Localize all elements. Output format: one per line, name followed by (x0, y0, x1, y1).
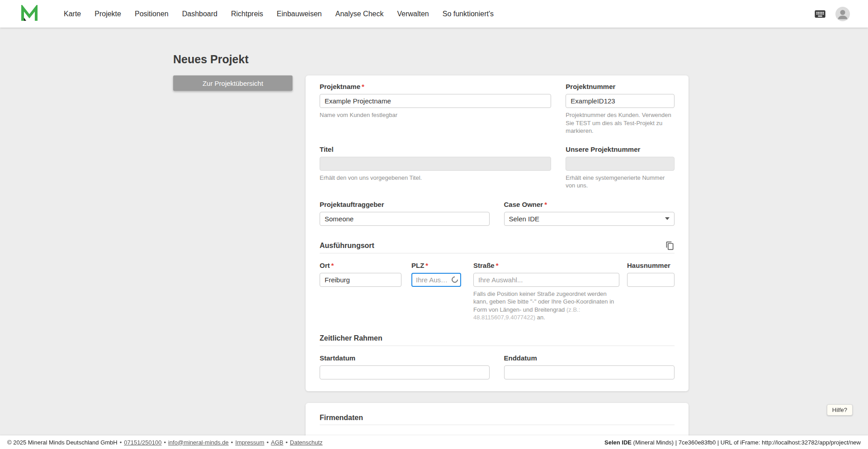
footer-link-impressum[interactable]: Impressum (235, 439, 264, 446)
field-projektauftraggeber: Projektauftraggeber (320, 201, 490, 226)
startdatum-label: Startdatum (320, 354, 490, 362)
nav-item-verwalten[interactable]: Verwalten (390, 10, 435, 18)
section-ausfuehrungsort: Ausführungsort (320, 241, 675, 251)
required-asterisk: * (331, 262, 334, 269)
field-plz: PLZ* (411, 262, 461, 322)
unsere-projektnummer-input (566, 157, 675, 171)
projektname-input[interactable] (320, 94, 551, 108)
keyboard-icon[interactable] (814, 8, 826, 20)
nav-item-positionen[interactable]: Positionen (128, 10, 175, 18)
startdatum-input[interactable] (320, 365, 490, 379)
section-divider (320, 253, 675, 253)
projektnummer-label: Projektnummer (566, 83, 675, 91)
strasse-helper: Falls die Position keiner Straße zugeord… (473, 290, 619, 322)
projektnummer-helper: Projektnummer des Kunden. Verwenden Sie … (566, 111, 675, 135)
nav-item-projekte[interactable]: Projekte (88, 10, 128, 18)
nav-item-so-funktionierts[interactable]: So funktioniert's (436, 10, 500, 18)
section-firmendaten: Firmendaten (320, 413, 675, 422)
projektauftraggeber-input[interactable] (320, 212, 490, 226)
field-ort: Ort* (320, 262, 401, 322)
plz-label: PLZ* (411, 262, 461, 270)
field-unsere-projektnummer: Unsere Projektnummer Erhält eine systemg… (566, 145, 675, 190)
titel-helper: Erhält den von uns vorgegebenen Titel. (320, 174, 551, 182)
chevron-down-icon (665, 217, 670, 220)
field-projektname: Projektname* Name vom Kunden festlegbar (320, 83, 551, 135)
ort-label: Ort* (320, 262, 401, 270)
titel-label: Titel (320, 145, 551, 154)
enddatum-label: Enddatum (504, 354, 675, 362)
footer-separator: • (231, 439, 233, 446)
mineral-minds-logo[interactable] (20, 5, 39, 23)
projektname-helper: Name vom Kunden festlegbar (320, 111, 551, 119)
ausfuehrungsort-heading: Ausführungsort (320, 241, 374, 250)
required-asterisk: * (362, 83, 364, 90)
field-case-owner: Case Owner* Selen IDE (504, 201, 675, 226)
firmendaten-heading: Firmendaten (320, 413, 363, 422)
footer-link-datenschutz[interactable]: Datenschutz (290, 439, 322, 446)
header-actions (814, 7, 850, 21)
case-owner-label: Case Owner* (504, 201, 675, 209)
footer-session-text: (Mineral Minds) | 7ce360e83fb0 | URL of … (632, 439, 861, 446)
nav-item-richtpreis[interactable]: Richtpreis (224, 10, 270, 18)
help-button[interactable]: Hilfe? (827, 404, 853, 416)
footer-link-agb[interactable]: AGB (271, 439, 283, 446)
hausnummer-input[interactable] (627, 273, 675, 287)
titel-input (320, 157, 551, 171)
copy-icon[interactable] (665, 241, 675, 250)
page-title: Neues Projekt (173, 52, 868, 66)
left-action-column: Zur Projektübersicht (173, 75, 292, 91)
form-cards-column: Projektname* Name vom Kunden festlegbar … (306, 75, 689, 444)
projektname-label: Projektname* (320, 83, 551, 91)
required-asterisk: * (496, 262, 499, 269)
nav-item-analyse-check[interactable]: Analyse Check (329, 10, 391, 18)
ort-input[interactable] (320, 273, 401, 287)
zeitlicher-rahmen-heading: Zeitlicher Rahmen (320, 334, 382, 343)
footer-user: Selen IDE (604, 439, 632, 446)
required-asterisk: * (544, 201, 547, 208)
case-owner-value: Selen IDE (509, 215, 540, 223)
section-divider (320, 346, 675, 346)
footer-link-phone[interactable]: 07151/250100 (124, 439, 161, 446)
back-to-project-overview-button[interactable]: Zur Projektübersicht (173, 75, 292, 91)
unsere-projektnummer-helper: Erhält eine systemgenerierte Nummer von … (566, 174, 675, 190)
footer-separator: • (120, 439, 122, 446)
strasse-input[interactable] (473, 273, 619, 287)
field-startdatum: Startdatum (320, 354, 490, 379)
nav-item-dashboard[interactable]: Dashboard (175, 10, 224, 18)
footer-separator: • (286, 439, 288, 446)
footer-separator: • (164, 439, 166, 446)
nav-item-einbauweisen[interactable]: Einbauweisen (270, 10, 329, 18)
field-projektnummer: Projektnummer Projektnummer des Kunden. … (566, 83, 675, 135)
projektauftraggeber-label: Projektauftraggeber (320, 201, 490, 209)
section-zeitlicher-rahmen: Zeitlicher Rahmen (320, 334, 675, 343)
main-nav: Karte Projekte Positionen Dashboard Rich… (57, 10, 500, 18)
footer-copyright: © 2025 Mineral Minds Deutschland GmbH (7, 439, 118, 446)
field-strasse: Straße* Falls die Position keiner Straße… (473, 262, 619, 322)
footer-separator: • (267, 439, 269, 446)
user-avatar[interactable] (835, 7, 850, 21)
footer-session-info: Selen IDE (Mineral Minds) | 7ce360e83fb0… (604, 439, 861, 446)
case-owner-select[interactable]: Selen IDE (504, 212, 675, 226)
strasse-label: Straße* (473, 262, 619, 270)
hausnummer-label: Hausnummer (627, 262, 675, 270)
main-content: Neues Projekt Zur Projektübersicht Proje… (0, 28, 868, 444)
field-titel: Titel Erhält den von uns vorgegebenen Ti… (320, 145, 551, 190)
footer-links: © 2025 Mineral Minds Deutschland GmbH • … (7, 439, 323, 446)
projektnummer-input[interactable] (566, 94, 675, 108)
logo-icon (20, 5, 39, 23)
field-enddatum: Enddatum (504, 354, 675, 379)
field-hausnummer: Hausnummer (627, 262, 675, 322)
section-divider (320, 425, 675, 425)
unsere-projektnummer-label: Unsere Projektnummer (566, 145, 675, 154)
top-navbar: Karte Projekte Positionen Dashboard Rich… (0, 0, 868, 28)
nav-item-karte[interactable]: Karte (57, 10, 88, 18)
footer-link-email[interactable]: info@mineral-minds.de (168, 439, 229, 446)
enddatum-input[interactable] (504, 365, 675, 379)
footer-bar: © 2025 Mineral Minds Deutschland GmbH • … (0, 435, 868, 449)
project-form-card: Projektname* Name vom Kunden festlegbar … (306, 75, 689, 391)
required-asterisk: * (425, 262, 428, 269)
